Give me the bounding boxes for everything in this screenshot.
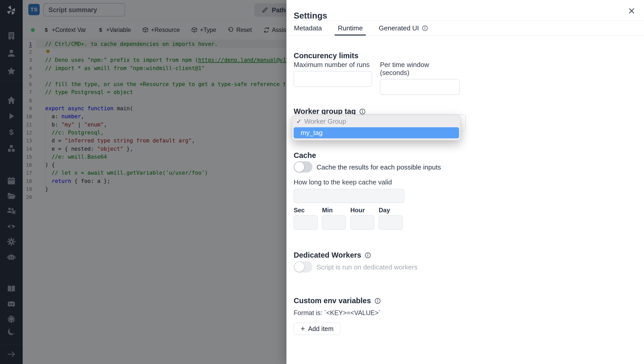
info-icon[interactable] — [365, 252, 371, 259]
tab-label: Runtime — [338, 24, 363, 32]
time-field-label: Hour — [350, 207, 374, 214]
field-label: Maximum number of runs — [294, 61, 372, 69]
info-icon[interactable] — [359, 108, 366, 115]
maximum-number-of-runs-input[interactable] — [294, 71, 372, 87]
settings-tabs: MetadataRuntimeGenerated UI — [293, 21, 429, 36]
modal-overlay[interactable] — [0, 0, 286, 364]
tab-label: Metadata — [294, 24, 322, 32]
add-item-button[interactable]: + Add item — [294, 323, 341, 335]
field-per-time-window-seconds: Per time window (seconds) — [380, 61, 460, 95]
time-field-day: Day — [379, 207, 403, 230]
dedicated-workers-toggle[interactable] — [294, 261, 312, 273]
env-format-hint: Format is: `<KEY>=<VALUE>` — [294, 309, 381, 317]
dedicated-workers-heading: Dedicated Workers — [294, 251, 371, 259]
cache-duration-input — [294, 189, 404, 203]
plus-icon: + — [301, 325, 305, 333]
hour-input — [350, 215, 374, 230]
dropdown-option-my-tag[interactable]: my_tag — [294, 127, 459, 138]
tab-generated-ui[interactable]: Generated UI — [378, 21, 429, 36]
dedicated-workers-toggle-label: Script is run on dedicated workers — [317, 263, 418, 271]
time-field-min: Min — [322, 207, 346, 230]
custom-env-heading: Custom env variables — [294, 297, 381, 305]
cache-duration-label: How long to the keep cache valid — [294, 178, 392, 186]
field-label: Per time window (seconds) — [380, 61, 460, 77]
app-window: $ TS Script summary Path $+Context Var$+… — [0, 0, 644, 364]
option-label: my_tag — [301, 129, 323, 137]
tab-metadata[interactable]: Metadata — [293, 21, 323, 36]
time-field-sec: Sec — [294, 207, 318, 230]
per-time-window-seconds-input[interactable] — [380, 79, 460, 95]
option-label: Worker Group — [304, 117, 346, 125]
cache-toggle-label: Cache the results for each possible inpu… — [317, 163, 441, 171]
settings-drawer: Settings MetadataRuntimeGenerated UI Con… — [286, 0, 644, 364]
sec-input — [294, 215, 318, 230]
close-button[interactable] — [627, 6, 636, 15]
time-field-label: Sec — [294, 207, 318, 214]
tab-label: Generated UI — [379, 24, 419, 32]
worker-group-dropdown: ✓Worker Groupmy_tag — [292, 115, 461, 140]
close-icon — [627, 6, 636, 15]
info-icon[interactable] — [422, 25, 428, 31]
time-field-hour: Hour — [350, 207, 374, 230]
time-field-label: Day — [379, 207, 403, 214]
cache-toggle[interactable] — [294, 161, 312, 173]
tabs-divider — [286, 36, 644, 36]
check-icon: ✓ — [296, 118, 302, 125]
dropdown-option-worker-group[interactable]: ✓Worker Group — [292, 116, 460, 127]
day-input — [379, 215, 403, 230]
cache-heading: Cache — [294, 151, 316, 160]
min-input — [322, 215, 346, 230]
settings-title: Settings — [294, 11, 327, 21]
concurrency-heading: Concurency limits — [294, 52, 358, 60]
info-icon[interactable] — [374, 298, 381, 304]
tab-runtime[interactable]: Runtime — [337, 21, 363, 36]
field-maximum-number-of-runs: Maximum number of runs — [294, 61, 372, 87]
add-item-label: Add item — [308, 325, 334, 333]
time-field-label: Min — [322, 207, 346, 214]
